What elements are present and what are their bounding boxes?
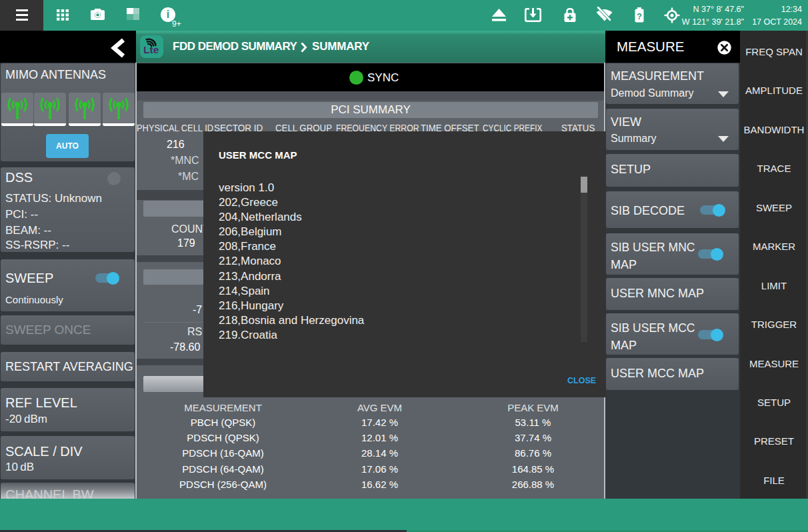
svg-text:?: ? — [637, 11, 642, 21]
